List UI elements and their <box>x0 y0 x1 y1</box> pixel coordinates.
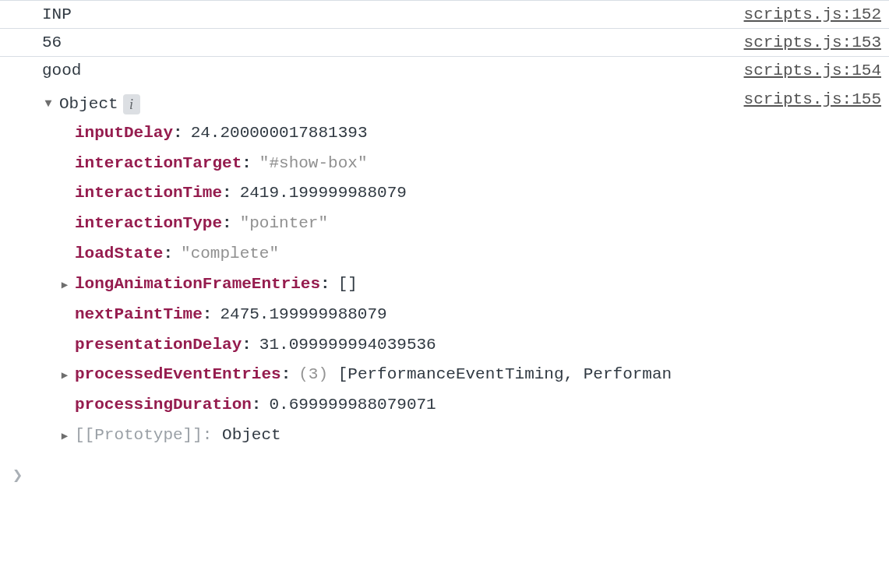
object-property[interactable]: interactionType: "pointer" <box>42 209 744 239</box>
prop-key: interactionTime <box>75 178 222 209</box>
prop-value: 2475.199999988079 <box>220 300 386 330</box>
source-link[interactable]: scripts.js:155 <box>744 90 881 108</box>
source-link[interactable]: scripts.js:154 <box>744 62 881 79</box>
prop-key: nextPaintTime <box>75 300 203 330</box>
object-property[interactable]: ▶ [[Prototype]]: Object <box>42 421 744 451</box>
prop-key: processingDuration <box>75 390 252 421</box>
object-property[interactable]: ▶ longAnimationFrameEntries: [] <box>42 269 744 300</box>
object-property[interactable]: loadState: "complete" <box>42 239 744 269</box>
prop-key: interactionTarget <box>75 149 242 179</box>
source-link[interactable]: scripts.js:153 <box>744 33 881 51</box>
prop-value: [PerformanceEventTiming, Performan <box>338 360 672 390</box>
prop-key: loadState <box>75 239 163 269</box>
prop-key: longAnimationFrameEntries <box>75 269 320 300</box>
prop-count: (3) <box>298 360 328 390</box>
object-property[interactable]: nextPaintTime: 2475.199999988079 <box>42 300 744 330</box>
source-link[interactable]: scripts.js:152 <box>744 5 881 23</box>
prop-key: interactionType <box>75 209 222 239</box>
object-property[interactable]: interactionTarget: "#show-box" <box>42 149 744 179</box>
prop-value: "#show-box" <box>259 149 368 179</box>
prop-key: inputDelay <box>75 118 173 149</box>
console-log-row: good scripts.js:154 <box>0 56 889 84</box>
prop-value: 2419.199999988079 <box>240 178 407 209</box>
object-header[interactable]: ▼ Object i <box>42 90 744 118</box>
prop-value: "complete" <box>181 239 279 269</box>
prop-key: presentationDelay <box>75 330 242 361</box>
log-text: good <box>42 62 81 79</box>
prop-value: "pointer" <box>240 209 328 239</box>
info-icon[interactable]: i <box>123 94 140 114</box>
object-property[interactable]: interactionTime: 2419.199999988079 <box>42 178 744 209</box>
object-property[interactable]: processingDuration: 0.699999988079071 <box>42 390 744 421</box>
object-property[interactable]: presentationDelay: 31.099999994039536 <box>42 330 744 361</box>
object-property[interactable]: inputDelay: 24.200000017881393 <box>42 118 744 149</box>
prototype-value: Object <box>222 421 281 451</box>
chevron-right-icon[interactable]: ▶ <box>58 366 72 386</box>
prop-value: 0.699999988079071 <box>269 390 436 421</box>
log-text: INP <box>42 5 72 23</box>
console-prompt[interactable]: ❯ <box>0 460 889 494</box>
log-text: 56 <box>42 33 62 51</box>
prop-value: [] <box>338 269 358 300</box>
chevron-right-icon[interactable]: ▶ <box>58 427 72 447</box>
prop-value: 31.099999994039536 <box>259 330 436 361</box>
console-log-row: 56 scripts.js:153 <box>0 28 889 56</box>
prop-value: 24.200000017881393 <box>191 118 368 149</box>
object-property[interactable]: ▶ processedEventEntries: (3) [Performanc… <box>42 360 744 390</box>
chevron-down-icon[interactable]: ▼ <box>42 94 55 114</box>
object-label: Object <box>59 90 118 118</box>
object-tree: ▼ Object i inputDelay: 24.20000001788139… <box>42 90 744 451</box>
chevron-right-icon[interactable]: ▶ <box>58 276 72 296</box>
prototype-key: [[Prototype]] <box>75 421 203 451</box>
console-object-row: ▼ Object i inputDelay: 24.20000001788139… <box>0 84 889 460</box>
prop-key: processedEventEntries <box>75 360 281 390</box>
console-log-row: INP scripts.js:152 <box>0 0 889 28</box>
prompt-icon: ❯ <box>12 467 23 486</box>
